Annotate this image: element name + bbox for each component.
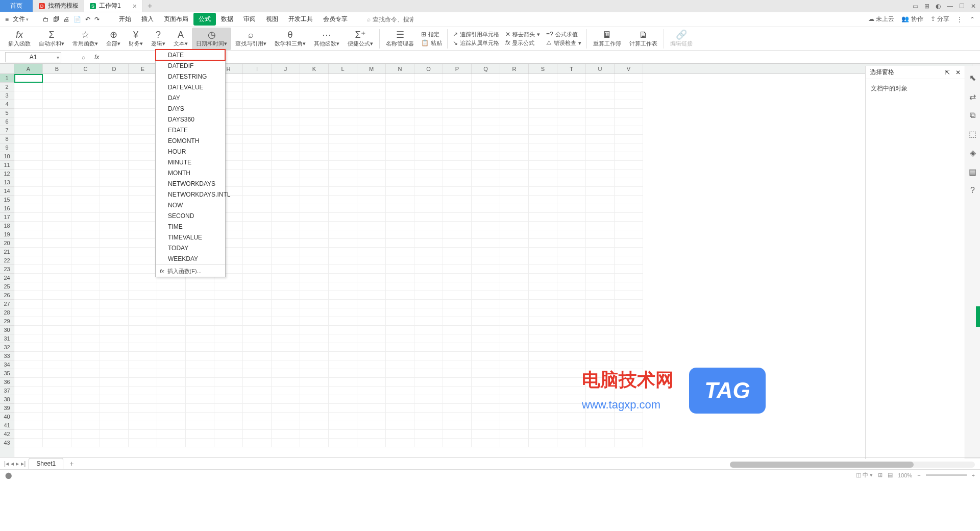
cell[interactable] xyxy=(43,369,71,378)
cell[interactable] xyxy=(386,369,414,378)
cell[interactable] xyxy=(443,117,472,126)
cell[interactable] xyxy=(100,430,129,439)
cell[interactable] xyxy=(71,291,100,300)
cell[interactable] xyxy=(500,91,529,100)
cell[interactable] xyxy=(557,369,586,378)
cell[interactable] xyxy=(500,248,529,256)
cell[interactable] xyxy=(14,265,43,274)
cell[interactable] xyxy=(329,152,357,161)
ribbon-common-fn[interactable]: ☆常用函数▾ xyxy=(68,28,102,50)
col-head[interactable]: U xyxy=(586,64,615,74)
cell[interactable] xyxy=(329,187,357,196)
cell[interactable] xyxy=(14,100,43,109)
cell[interactable] xyxy=(300,387,329,395)
cell[interactable] xyxy=(586,239,615,248)
cell[interactable] xyxy=(357,135,386,143)
cell[interactable] xyxy=(100,126,129,135)
cell[interactable] xyxy=(329,378,357,387)
cell[interactable] xyxy=(586,83,615,91)
cell[interactable] xyxy=(129,369,157,378)
cell[interactable] xyxy=(529,421,557,430)
cell[interactable] xyxy=(529,109,557,117)
cell[interactable] xyxy=(14,109,43,117)
cell[interactable] xyxy=(100,439,129,447)
row-head[interactable]: 37 xyxy=(0,387,14,395)
cell[interactable] xyxy=(214,387,243,395)
cell[interactable] xyxy=(43,222,71,230)
cell[interactable] xyxy=(615,378,643,387)
row-head[interactable]: 24 xyxy=(0,274,14,282)
cell[interactable] xyxy=(500,317,529,326)
cell[interactable] xyxy=(414,74,443,83)
cell[interactable] xyxy=(500,265,529,274)
col-head[interactable]: A xyxy=(14,64,43,74)
cell[interactable] xyxy=(557,308,586,317)
cell[interactable] xyxy=(14,222,43,230)
cell[interactable] xyxy=(43,74,71,83)
cell[interactable] xyxy=(386,135,414,143)
cell[interactable] xyxy=(129,387,157,395)
cell[interactable] xyxy=(443,178,472,187)
cell[interactable] xyxy=(414,369,443,378)
cell[interactable] xyxy=(329,343,357,352)
cell[interactable] xyxy=(443,387,472,395)
cell[interactable] xyxy=(472,222,500,230)
cell[interactable] xyxy=(186,421,214,430)
cell[interactable] xyxy=(500,395,529,404)
cell[interactable] xyxy=(43,308,71,317)
cell[interactable] xyxy=(414,91,443,100)
cell[interactable] xyxy=(615,100,643,109)
cell[interactable] xyxy=(300,135,329,143)
cell[interactable] xyxy=(500,178,529,187)
cell[interactable] xyxy=(615,178,643,187)
cell[interactable] xyxy=(615,326,643,334)
cell[interactable] xyxy=(300,204,329,213)
cell[interactable] xyxy=(500,126,529,135)
cell[interactable] xyxy=(357,413,386,421)
dropdown-item[interactable]: EOMONTH xyxy=(156,135,225,146)
cell[interactable] xyxy=(300,274,329,282)
cell[interactable] xyxy=(443,317,472,326)
cell[interactable] xyxy=(186,404,214,413)
cell[interactable] xyxy=(500,387,529,395)
col-head[interactable]: O xyxy=(414,64,443,74)
cell[interactable] xyxy=(414,326,443,334)
cell[interactable] xyxy=(300,222,329,230)
file-menu[interactable]: 文件▾ xyxy=(13,15,29,23)
dropdown-item[interactable]: DAY xyxy=(156,92,225,103)
cell[interactable] xyxy=(557,387,586,395)
cell[interactable] xyxy=(586,100,615,109)
menu-tab-layout[interactable]: 页面布局 xyxy=(159,13,193,26)
col-head[interactable]: V xyxy=(615,64,643,74)
cell[interactable] xyxy=(329,222,357,230)
cell[interactable] xyxy=(500,369,529,378)
col-head[interactable]: D xyxy=(100,64,129,74)
cell[interactable] xyxy=(300,265,329,274)
row-head[interactable]: 42 xyxy=(0,430,14,439)
cell[interactable] xyxy=(100,204,129,213)
cell[interactable] xyxy=(71,326,100,334)
cell[interactable] xyxy=(100,360,129,369)
cell[interactable] xyxy=(414,421,443,430)
cell[interactable] xyxy=(500,239,529,248)
dropdown-item[interactable]: HOUR xyxy=(156,146,225,157)
ribbon-lookup[interactable]: ⌕查找与引用▾ xyxy=(231,28,271,50)
cell[interactable] xyxy=(557,152,586,161)
cell[interactable] xyxy=(557,326,586,334)
cell[interactable] xyxy=(43,404,71,413)
cell[interactable] xyxy=(586,204,615,213)
cell[interactable] xyxy=(100,196,129,204)
cell[interactable] xyxy=(557,204,586,213)
cell[interactable] xyxy=(557,126,586,135)
cell[interactable] xyxy=(357,421,386,430)
cell[interactable] xyxy=(443,334,472,343)
cell[interactable] xyxy=(386,170,414,178)
cell[interactable] xyxy=(243,239,272,248)
cell[interactable] xyxy=(43,413,71,421)
cell[interactable] xyxy=(129,439,157,447)
cell[interactable] xyxy=(472,387,500,395)
row-head[interactable]: 6 xyxy=(0,117,14,126)
cell[interactable] xyxy=(157,282,186,291)
cell[interactable] xyxy=(329,300,357,308)
cell[interactable] xyxy=(272,421,300,430)
